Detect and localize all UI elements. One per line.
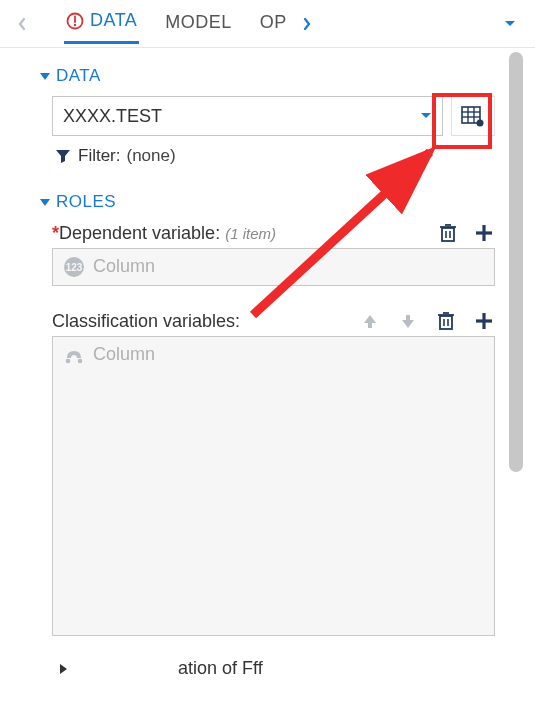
plus-icon [474, 311, 494, 331]
svg-rect-9 [442, 228, 454, 241]
open-table-button[interactable] [451, 96, 495, 136]
caret-right-icon [60, 664, 67, 674]
caret-down-icon [40, 73, 50, 80]
arrow-up-icon [361, 312, 379, 330]
tab-options-label: OP [260, 12, 287, 33]
field-dependent-variable: *Dependent variable: (1 item) [52, 222, 495, 286]
tab-overflow-button[interactable] [493, 4, 527, 44]
section-toggle-parameterization[interactable]: Parameterization of Fff [60, 658, 495, 679]
delete-dependent-button[interactable] [437, 222, 459, 244]
section-toggle-roles[interactable]: ROLES [40, 192, 495, 212]
move-up-button[interactable] [359, 310, 381, 332]
move-down-button[interactable] [397, 310, 419, 332]
table-icon [461, 105, 485, 127]
alert-icon [66, 12, 84, 30]
caret-down-icon [40, 199, 50, 206]
category-icon [63, 344, 85, 366]
partial-text: ation of Fff [178, 658, 263, 679]
section-toggle-data[interactable]: DATA [40, 66, 495, 86]
tab-model[interactable]: MODEL [163, 6, 234, 43]
svg-rect-18 [440, 316, 452, 329]
chevron-right-icon [302, 17, 312, 31]
classification-label: Classification variables: [52, 311, 240, 331]
content-panel: DATA XXXX.TEST [0, 48, 535, 689]
svg-rect-3 [462, 107, 480, 123]
add-classification-button[interactable] [473, 310, 495, 332]
filter-value: (none) [127, 146, 176, 166]
filter-icon [54, 147, 72, 165]
chevron-left-icon [17, 17, 27, 31]
tab-scroll-right-button[interactable] [293, 4, 321, 44]
tab-data[interactable]: DATA [64, 4, 139, 44]
tab-data-label: DATA [90, 10, 137, 31]
filter-row[interactable]: Filter: (none) [54, 146, 495, 166]
trash-icon [436, 310, 456, 332]
svg-point-25 [66, 359, 71, 364]
caret-down-icon [504, 20, 516, 28]
tab-list: DATA MODEL OP [36, 4, 289, 44]
arrow-down-icon [399, 312, 417, 330]
plus-icon [474, 223, 494, 243]
dependent-placeholder: Column [93, 256, 155, 277]
classification-placeholder: Column [93, 344, 155, 365]
trash-icon [438, 222, 458, 244]
data-table-row: XXXX.TEST [52, 96, 495, 136]
section-title-roles: ROLES [56, 192, 116, 212]
tab-bar: DATA MODEL OP [0, 0, 535, 48]
filter-label: Filter: [78, 146, 121, 166]
required-marker: * [52, 223, 59, 243]
vertical-scrollbar[interactable] [509, 52, 523, 472]
field-classification-variables: Classification variables: [52, 310, 495, 636]
dependent-dropzone[interactable]: 123 Column [52, 248, 495, 286]
svg-text:123: 123 [66, 262, 83, 273]
svg-point-2 [74, 23, 76, 25]
add-dependent-button[interactable] [473, 222, 495, 244]
dependent-label: Dependent variable: [59, 223, 220, 243]
numeric-icon: 123 [63, 256, 85, 278]
data-table-value: XXXX.TEST [63, 106, 162, 127]
svg-point-26 [78, 359, 83, 364]
svg-point-8 [477, 120, 484, 127]
caret-down-icon [420, 112, 432, 120]
dependent-count: (1 item) [225, 225, 276, 242]
section-title-data: DATA [56, 66, 101, 86]
delete-classification-button[interactable] [435, 310, 457, 332]
classification-dropzone[interactable]: Column [52, 336, 495, 636]
tab-scroll-left-button[interactable] [8, 4, 36, 44]
tab-model-label: MODEL [165, 12, 232, 33]
tab-options[interactable]: OP [258, 6, 289, 43]
data-table-select[interactable]: XXXX.TEST [52, 96, 443, 136]
